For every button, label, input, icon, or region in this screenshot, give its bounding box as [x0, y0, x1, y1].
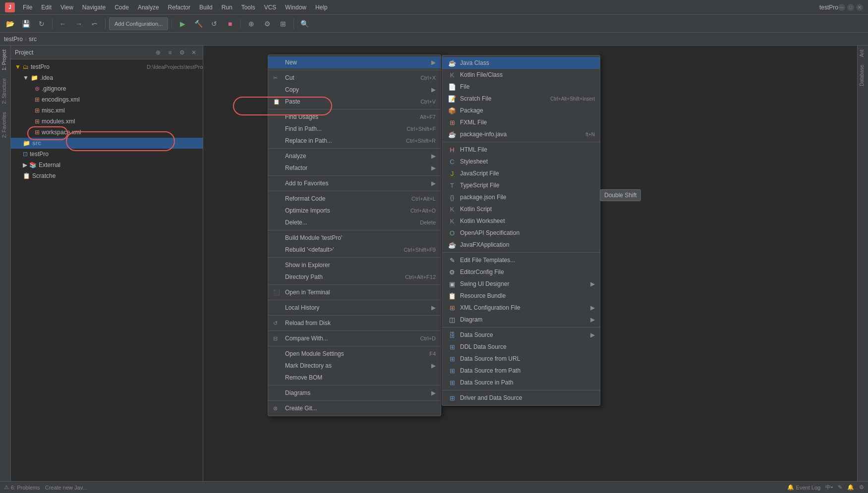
refresh-button[interactable]: ↻ — [35, 17, 49, 31]
edit-item[interactable]: ✎ — [838, 484, 842, 491]
breadcrumb-part-1[interactable]: testPro — [4, 36, 23, 43]
ctx-create-git[interactable]: ⊛ Create Git... — [268, 402, 441, 414]
right-tab-ant[interactable]: Ant — [858, 46, 868, 61]
run-button[interactable]: ▶ — [175, 17, 189, 31]
menu-edit[interactable]: Edit — [37, 3, 56, 12]
sub-kotlin-file[interactable]: K Kotlin File/Class — [442, 69, 600, 81]
sidebar-tab-structure[interactable]: 2: Structure — [0, 74, 10, 108]
menu-view[interactable]: View — [57, 3, 77, 12]
ctx-mark-dir[interactable]: Mark Directory as ▶ — [268, 360, 441, 372]
sub-java-class[interactable]: ☕ Java Class — [442, 57, 600, 69]
tree-item-root[interactable]: ▼ 🗂 testPro D:\IdeaProjects\testPro — [11, 61, 203, 72]
sub-scratch[interactable]: 📝 Scratch File Ctrl+Alt+Shift+Insert — [442, 93, 600, 105]
sub-edit-templates[interactable]: ✎ Edit File Templates... — [442, 254, 600, 266]
menu-tools[interactable]: Tools — [237, 3, 259, 12]
tree-item-idea[interactable]: ▼ 📁 .idea — [11, 72, 203, 83]
sub-html[interactable]: H HTML File — [442, 144, 600, 156]
tree-item-workspace[interactable]: ⊞ workspace.xml — [11, 127, 203, 138]
menu-file[interactable]: File — [19, 3, 36, 12]
sub-stylesheet[interactable]: C Stylesheet — [442, 156, 600, 167]
ctx-reload[interactable]: ↺ Reload from Disk — [268, 317, 441, 329]
menu-refactor[interactable]: Refactor — [164, 3, 194, 12]
sub-resource-bundle[interactable]: 📋 Resource Bundle — [442, 290, 600, 302]
tree-item-misc[interactable]: ⊞ misc.xml — [11, 105, 203, 116]
ctx-open-terminal[interactable]: ⬛ Open in Terminal — [268, 286, 441, 298]
sub-datasource-path[interactable]: ⊞ Data Source from Path — [442, 365, 600, 377]
ctx-cut[interactable]: ✂ Cut Ctrl+X — [268, 72, 441, 84]
sub-js[interactable]: J JavaScript File — [442, 167, 600, 179]
sub-file[interactable]: 📄 File — [442, 81, 600, 93]
menu-window[interactable]: Window — [281, 3, 310, 12]
revert-button[interactable]: ⤺ — [88, 17, 102, 31]
back-button[interactable]: ← — [56, 17, 70, 31]
ctx-analyze[interactable]: Analyze ▶ — [268, 150, 441, 162]
menu-help[interactable]: Help — [311, 3, 332, 12]
tree-item-src[interactable]: 📁 src — [11, 138, 203, 149]
sub-datasource-in-path[interactable]: ⊞ Data Source in Path — [442, 377, 600, 388]
sub-javafx[interactable]: ☕ JavaFXApplication — [442, 239, 600, 251]
sub-kotlin-worksheet[interactable]: K Kotlin Worksheet — [442, 215, 600, 227]
tree-item-external[interactable]: ▶ 📚 External — [11, 160, 203, 170]
ctx-remove-bom[interactable]: Remove BOM — [268, 372, 441, 383]
open-folder-button[interactable]: 📂 — [3, 17, 17, 31]
maximize-button[interactable]: □ — [847, 4, 854, 11]
reload-button[interactable]: ↺ — [207, 17, 221, 31]
breadcrumb-part-2[interactable]: src — [29, 36, 37, 43]
ctx-reformat[interactable]: Reformat Code Ctrl+Alt+L — [268, 193, 441, 205]
locate-icon[interactable]: ⊕ — [153, 48, 163, 57]
save-button[interactable]: 💾 — [19, 17, 33, 31]
ctx-copy[interactable]: Copy ▶ — [268, 84, 441, 96]
ctx-add-favorites[interactable]: Add to Favorites ▶ — [268, 177, 441, 189]
ctx-compare[interactable]: ⊟ Compare With... Ctrl+D — [268, 332, 441, 344]
ctx-module-settings[interactable]: Open Module Settings F4 — [268, 348, 441, 360]
ctx-paste[interactable]: 📋 Paste Ctrl+V — [268, 96, 441, 108]
sub-ddl-datasource[interactable]: ⊞ DDL Data Source — [442, 341, 600, 353]
menu-run[interactable]: Run — [218, 3, 236, 12]
right-tab-database[interactable]: Database — [858, 61, 868, 90]
sidebar-tab-favorites[interactable]: 2: Favorites — [0, 108, 10, 142]
forward-button[interactable]: → — [72, 17, 86, 31]
sub-package-info[interactable]: ☕ package-info.java ft+N — [442, 128, 600, 140]
sub-kotlin-script[interactable]: K Kotlin Script — [442, 203, 600, 215]
sub-editorconfig[interactable]: ⚙ EditorConfig File — [442, 266, 600, 278]
ctx-dir-path[interactable]: Directory Path Ctrl+Alt+F12 — [268, 271, 441, 283]
sub-ts[interactable]: T TypeScript File — [442, 179, 600, 191]
sub-diagram[interactable]: ◫ Diagram ▶ — [442, 314, 600, 326]
sub-datasource[interactable]: 🗄 Data Source ▶ — [442, 329, 600, 341]
ctx-build-module[interactable]: Build Module 'testPro' — [268, 232, 441, 244]
sub-openapi[interactable]: O OpenAPI Specification — [442, 227, 600, 239]
minimize-button[interactable]: — — [838, 4, 845, 11]
tree-item-scratches[interactable]: 📋 Scratche — [11, 170, 203, 181]
menu-analyze[interactable]: Analyze — [134, 3, 163, 12]
menu-navigate[interactable]: Navigate — [78, 3, 110, 12]
ctx-optimize[interactable]: Optimize Imports Ctrl+Alt+O — [268, 205, 441, 217]
settings-icon[interactable]: ⚙ — [177, 48, 187, 57]
menu-code[interactable]: Code — [111, 3, 133, 12]
build-button[interactable]: 🔨 — [191, 17, 205, 31]
sidebar-tab-project[interactable]: 1: Project — [0, 46, 10, 74]
ctx-diagrams[interactable]: Diagrams ▶ — [268, 387, 441, 399]
status-message[interactable]: Create new Jav... — [45, 485, 87, 491]
ctx-find-usages[interactable]: Find Usages Alt+F7 — [268, 111, 441, 123]
menu-build[interactable]: Build — [195, 3, 217, 12]
close-button[interactable]: ✕ — [856, 4, 863, 11]
language-item[interactable]: 中• — [825, 484, 833, 491]
menu-vcs[interactable]: VCS — [260, 3, 281, 12]
collapse-all-icon[interactable]: ≡ — [165, 48, 175, 57]
ctx-refactor[interactable]: Refactor ▶ — [268, 162, 441, 174]
ctx-rebuild[interactable]: Rebuild '<default>' Ctrl+Shift+F9 — [268, 244, 441, 256]
tree-item-modules[interactable]: ⊞ modules.xml — [11, 116, 203, 127]
close-panel-icon[interactable]: ✕ — [189, 48, 199, 57]
sub-swing[interactable]: ▣ Swing UI Designer ▶ — [442, 278, 600, 290]
search-button[interactable]: 🔍 — [297, 17, 311, 31]
problems-item[interactable]: ⚠ 6: Problems — [4, 484, 40, 491]
ctx-local-history[interactable]: Local History ▶ — [268, 302, 441, 314]
stop-button[interactable]: ■ — [223, 17, 237, 31]
event-log-item[interactable]: 🔔 Event Log — [787, 484, 821, 491]
tree-item-iml[interactable]: ⊡ testPro — [11, 149, 203, 160]
tree-item-encodings[interactable]: ⊞ encodings.xml — [11, 94, 203, 105]
sub-package-json[interactable]: {} package.json File — [442, 191, 600, 203]
sub-xml-config[interactable]: ⊞ XML Configuration File ▶ — [442, 302, 600, 314]
ctx-replace-in-path[interactable]: Replace in Path... Ctrl+Shift+R — [268, 135, 441, 147]
profile-button[interactable]: ⊞ — [276, 17, 290, 31]
